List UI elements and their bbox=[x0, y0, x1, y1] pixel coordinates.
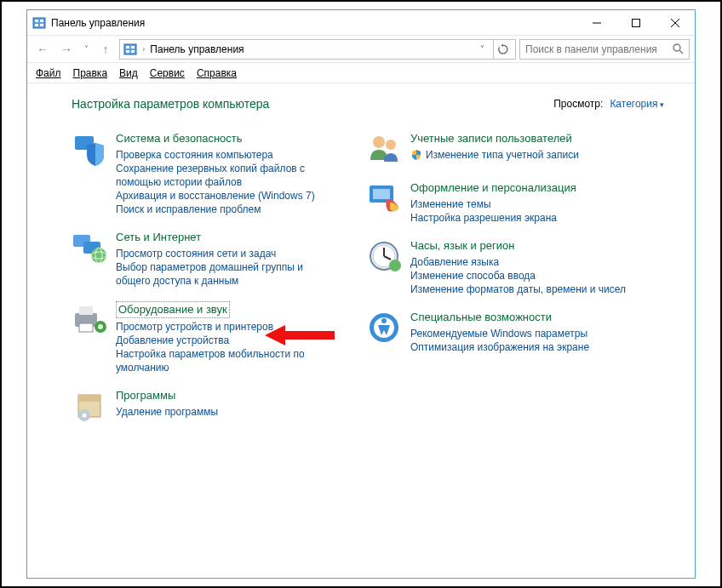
svg-point-31 bbox=[373, 136, 385, 148]
category-link[interactable]: Выбор параметров домашней группы и общег… bbox=[116, 260, 335, 288]
control-panel-icon bbox=[123, 43, 137, 56]
category-right-2: Часы, язык и регионДобавление языкаИзмен… bbox=[366, 238, 630, 296]
search-icon bbox=[673, 43, 684, 54]
svg-point-19 bbox=[91, 248, 106, 263]
category-right-3: Специальные возможностиРекомендуемые Win… bbox=[366, 310, 630, 354]
category-left-3: ПрограммыУдаление программы bbox=[72, 388, 335, 424]
svg-rect-11 bbox=[131, 46, 135, 49]
svg-rect-12 bbox=[126, 50, 129, 53]
chevron-right-icon: › bbox=[142, 44, 145, 54]
clock-icon bbox=[366, 238, 402, 274]
svg-rect-24 bbox=[79, 323, 93, 332]
box-icon bbox=[72, 388, 107, 424]
category-left-2: Оборудование и звукПросмотр устройств и … bbox=[72, 301, 335, 374]
svg-line-15 bbox=[679, 50, 683, 54]
users-icon bbox=[366, 131, 402, 167]
category-title[interactable]: Часы, язык и регион bbox=[410, 238, 626, 254]
category-title[interactable]: Учетные записи пользователей bbox=[410, 131, 579, 146]
nav-recent-button[interactable]: ˅ bbox=[80, 39, 92, 60]
category-link[interactable]: Изменение темы bbox=[410, 197, 576, 211]
svg-rect-1 bbox=[35, 20, 38, 22]
category-link[interactable]: Добавление устройства bbox=[116, 334, 335, 347]
category-link[interactable]: Настройка разрешения экрана bbox=[410, 211, 576, 225]
right-column: Учетные записи пользователейИзменение ти… bbox=[366, 131, 630, 424]
menu-help[interactable]: Справка bbox=[197, 67, 237, 79]
ease-icon bbox=[366, 310, 402, 345]
menu-file[interactable]: Файл bbox=[36, 67, 61, 79]
titlebar: Панель управления bbox=[27, 10, 695, 36]
svg-rect-13 bbox=[131, 50, 135, 53]
refresh-button[interactable] bbox=[493, 40, 512, 59]
svg-rect-4 bbox=[40, 24, 43, 26]
svg-rect-34 bbox=[373, 189, 390, 199]
page-title: Настройка параметров компьютера bbox=[72, 97, 269, 111]
category-link[interactable]: Изменение форматов даты, времени и чисел bbox=[410, 283, 626, 296]
view-by-dropdown[interactable]: Категория bbox=[610, 98, 664, 110]
category-title[interactable]: Сеть и Интернет bbox=[116, 230, 335, 245]
svg-point-39 bbox=[389, 260, 401, 271]
category-link[interactable]: Оптимизация изображения на экране bbox=[410, 340, 589, 354]
category-title[interactable]: Программы bbox=[116, 388, 218, 403]
address-crumb[interactable]: Панель управления bbox=[150, 43, 244, 55]
globe-icon bbox=[72, 230, 107, 265]
minimize-button[interactable] bbox=[577, 10, 616, 36]
menu-edit[interactable]: Правка bbox=[73, 67, 108, 79]
category-link[interactable]: Просмотр устройств и принтеров bbox=[116, 320, 335, 334]
category-title[interactable]: Специальные возможности bbox=[410, 310, 589, 325]
svg-point-30 bbox=[83, 414, 87, 418]
shield-icon bbox=[72, 131, 107, 167]
svg-rect-3 bbox=[35, 24, 38, 26]
address-input[interactable]: › Панель управления ˅ bbox=[119, 39, 516, 60]
svg-rect-2 bbox=[40, 20, 43, 22]
category-link[interactable]: Рекомендуемые Windows параметры bbox=[410, 327, 589, 340]
search-input[interactable]: Поиск в панели управления bbox=[519, 39, 690, 60]
search-placeholder: Поиск в панели управления bbox=[525, 43, 657, 55]
control-panel-icon bbox=[32, 16, 46, 30]
category-link[interactable]: Просмотр состояния сети и задач bbox=[116, 247, 335, 260]
category-link[interactable]: Удаление программы bbox=[116, 405, 218, 419]
category-link[interactable]: Поиск и исправление проблем bbox=[116, 203, 335, 216]
category-link[interactable]: Изменение способа ввода bbox=[410, 269, 626, 283]
category-right-0: Учетные записи пользователейИзменение ти… bbox=[366, 131, 630, 167]
category-title[interactable]: Система и безопасность bbox=[116, 131, 335, 146]
maximize-button[interactable] bbox=[616, 10, 656, 36]
category-link[interactable]: Проверка состояния компьютера bbox=[116, 148, 335, 162]
category-left-1: Сеть и ИнтернетПросмотр состояния сети и… bbox=[72, 230, 335, 288]
category-link[interactable]: Настройка параметров мобильности по умол… bbox=[116, 347, 335, 374]
svg-rect-6 bbox=[633, 19, 640, 26]
nav-forward-button[interactable]: → bbox=[56, 39, 77, 60]
printer-icon bbox=[72, 301, 107, 337]
close-button[interactable] bbox=[656, 10, 695, 36]
category-title[interactable]: Оформление и персонализация bbox=[410, 180, 576, 196]
category-link[interactable]: Изменение типа учетной записи bbox=[410, 148, 579, 162]
svg-rect-28 bbox=[78, 395, 100, 402]
window-title: Панель управления bbox=[51, 17, 577, 29]
svg-rect-23 bbox=[79, 306, 93, 315]
svg-rect-0 bbox=[33, 18, 45, 28]
control-panel-window: Панель управления ← → ˅ ↑ bbox=[26, 9, 696, 579]
category-title[interactable]: Оборудование и звук bbox=[116, 301, 230, 318]
nav-back-button[interactable]: ← bbox=[32, 39, 53, 60]
content-area: Настройка параметров компьютера Просмотр… bbox=[27, 83, 695, 578]
menu-bar: Файл Правка Вид Сервис Справка bbox=[27, 63, 695, 83]
svg-point-42 bbox=[381, 318, 387, 323]
svg-rect-9 bbox=[124, 44, 136, 54]
svg-rect-10 bbox=[126, 46, 129, 49]
svg-point-14 bbox=[673, 44, 680, 51]
category-left-0: Система и безопасностьПроверка состояния… bbox=[72, 131, 335, 216]
category-link[interactable]: Сохранение резервных копий файлов с помо… bbox=[116, 162, 335, 189]
address-bar: ← → ˅ ↑ › Панель управления ˅ Поиск в па… bbox=[27, 36, 695, 63]
nav-up-button[interactable]: ↑ bbox=[95, 39, 116, 60]
category-right-1: Оформление и персонализацияИзменение тем… bbox=[366, 180, 630, 225]
menu-view[interactable]: Вид bbox=[119, 67, 138, 79]
category-link[interactable]: Добавление языка bbox=[410, 255, 626, 269]
svg-point-26 bbox=[98, 324, 103, 329]
view-by-label: Просмотр: bbox=[553, 98, 603, 110]
left-column: Система и безопасностьПроверка состояния… bbox=[72, 131, 335, 424]
svg-point-32 bbox=[386, 140, 396, 150]
menu-tools[interactable]: Сервис bbox=[150, 67, 185, 79]
appearance-icon bbox=[366, 180, 402, 216]
chevron-down-icon[interactable]: ˅ bbox=[480, 44, 488, 54]
category-link[interactable]: Архивация и восстановление (Windows 7) bbox=[116, 189, 335, 203]
uac-shield-icon bbox=[410, 149, 422, 161]
